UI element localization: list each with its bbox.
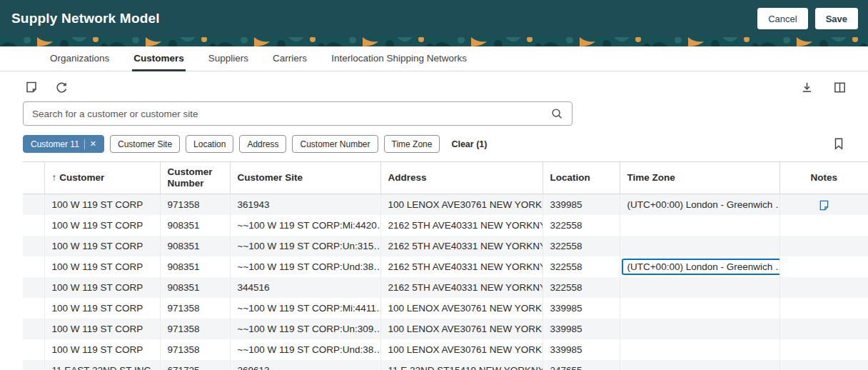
cell-notes[interactable]	[779, 277, 868, 298]
cell-customer-site[interactable]: ~~100 W 119 ST CORP:Mi:4420…	[230, 215, 380, 236]
cell-customer[interactable]: 100 W 119 ST CORP	[44, 277, 160, 298]
cell-customer-site[interactable]: ~~100 W 119 ST CORP:Mi:4411…	[230, 298, 380, 319]
cell-customer-site[interactable]: ~~100 W 119 ST CORP:Und:38…	[230, 339, 380, 360]
cell-location[interactable]: 322558	[542, 215, 620, 236]
download-button[interactable]	[797, 77, 817, 97]
cell-address[interactable]: 100 LENOX AVE30761 NEW YORKN…	[380, 319, 542, 339]
search-icon[interactable]	[550, 107, 563, 120]
cell-customer-number[interactable]: 971358	[160, 194, 230, 215]
filter-chip-address[interactable]: Address	[239, 135, 286, 153]
chip-remove-button[interactable]: ✕	[90, 139, 96, 149]
cell-time-zone[interactable]	[620, 215, 779, 236]
cell-address[interactable]: 100 LENOX AVE30761 NEW YORKN…	[380, 298, 542, 319]
cell-customer-number[interactable]: 971358	[160, 339, 230, 360]
column-header-notes[interactable]: Notes	[779, 162, 868, 194]
cell-customer[interactable]: 100 W 119 ST CORP	[44, 339, 160, 360]
cell-customer-number[interactable]: 908351	[160, 277, 230, 298]
cell-time-zone[interactable]	[620, 236, 779, 256]
cell-address[interactable]: 100 LENOX AVE30761 NEW YORKN…	[380, 194, 542, 215]
cell-customer[interactable]: 100 W 119 ST CORP	[44, 194, 160, 215]
cancel-button[interactable]: Cancel	[757, 8, 807, 29]
cell-customer-number[interactable]: 971358	[160, 319, 230, 339]
cell-customer-site[interactable]: ~~100 W 119 ST CORP:Und:38…	[230, 256, 380, 277]
column-header-time-zone[interactable]: Time Zone	[620, 162, 779, 194]
cell-address[interactable]: 2162 5TH AVE40331 NEW YORKNY…	[380, 236, 542, 256]
cell-time-zone[interactable]: (UTC+00:00) London - Greenwich …	[620, 256, 779, 277]
cell-time-zone[interactable]: (UTC+00:00) London - Greenwich …	[620, 194, 779, 215]
cell-customer-site[interactable]: ~~100 W 119 ST CORP:Un:315…	[230, 236, 380, 256]
cell-location[interactable]: 322558	[542, 277, 620, 298]
cell-time-zone[interactable]	[620, 277, 779, 298]
cell-customer-number[interactable]: 671725	[160, 360, 230, 370]
cell-customer-number[interactable]: 908351	[160, 256, 230, 277]
cell-location[interactable]: 339985	[542, 319, 620, 339]
search-input[interactable]	[32, 109, 550, 119]
selected-cell[interactable]: (UTC+00:00) London - Greenwich …	[622, 259, 780, 275]
cell-customer-site[interactable]: ~~100 W 119 ST CORP:Un:309…	[230, 319, 380, 339]
cell-notes[interactable]	[779, 236, 868, 256]
filter-chip-time-zone[interactable]: Time Zone	[384, 135, 440, 153]
filter-chip-customer-11[interactable]: Customer 11✕	[23, 135, 104, 153]
cell-location[interactable]: 339985	[542, 339, 620, 360]
cell-location[interactable]: 339985	[542, 194, 620, 215]
cell-customer[interactable]: 100 W 119 ST CORP	[44, 215, 160, 236]
cell-location[interactable]: 322558	[542, 256, 620, 277]
tab-customers[interactable]: Customers	[132, 46, 186, 71]
cell-customer-number[interactable]: 908351	[160, 236, 230, 256]
cell-notes[interactable]	[779, 194, 868, 215]
save-search-button[interactable]	[832, 137, 845, 151]
cell-address[interactable]: 2162 5TH AVE40331 NEW YORKNY…	[380, 277, 542, 298]
cell-notes[interactable]	[779, 339, 868, 360]
cell-notes[interactable]	[779, 256, 868, 277]
refresh-button[interactable]	[51, 77, 71, 97]
cell-customer-site[interactable]: 344516	[230, 277, 380, 298]
column-header-customer-site[interactable]: Customer Site	[230, 162, 380, 194]
filter-chip-label: Time Zone	[392, 139, 433, 149]
filter-chip-customer-number[interactable]: Customer Number	[292, 135, 378, 153]
manage-columns-icon	[833, 81, 847, 94]
cell-customer[interactable]: 100 W 119 ST CORP	[44, 236, 160, 256]
cell-customer[interactable]: 100 W 119 ST CORP	[44, 319, 160, 339]
cell-customer-number[interactable]: 971358	[160, 298, 230, 319]
cell-customer[interactable]: 100 W 119 ST CORP	[44, 256, 160, 277]
column-header-customer-number[interactable]: Customer Number	[160, 162, 230, 194]
cell-customer[interactable]: 11 EAST 22ND ST INC	[44, 360, 160, 370]
column-header-customer[interactable]: ↑Customer	[44, 162, 160, 194]
cell-notes[interactable]	[779, 215, 868, 236]
tab-interlocation-shipping-networks[interactable]: Interlocation Shipping Networks	[330, 46, 468, 71]
cell-time-zone[interactable]	[620, 339, 779, 360]
cell-address[interactable]: 100 LENOX AVE30761 NEW YORKN…	[380, 339, 542, 360]
supply-network-model-page: Supply Network Model Cancel Save	[0, 0, 868, 370]
cell-address[interactable]: 2162 5TH AVE40331 NEW YORKNY…	[380, 256, 542, 277]
column-header-location[interactable]: Location	[542, 162, 620, 194]
chip-divider	[84, 139, 85, 149]
bookmark-icon	[832, 137, 845, 151]
cell-address[interactable]: 11 E 22ND ST15419 NEW YORKNY…	[380, 360, 542, 370]
tab-carriers[interactable]: Carriers	[271, 46, 308, 71]
cell-location[interactable]: 247655	[542, 360, 620, 370]
table-header: ↑Customer Customer Number Customer Site …	[23, 162, 868, 194]
cell-notes[interactable]	[779, 298, 868, 319]
note-icon[interactable]	[819, 199, 829, 210]
manage-columns-button[interactable]	[829, 77, 849, 97]
cell-location[interactable]: 339985	[542, 298, 620, 319]
save-button[interactable]: Save	[815, 8, 858, 29]
tab-suppliers[interactable]: Suppliers	[207, 46, 250, 71]
create-note-button[interactable]	[21, 77, 41, 97]
filter-chip-customer-site[interactable]: Customer Site	[110, 135, 180, 153]
filter-chip-location[interactable]: Location	[186, 135, 233, 153]
clear-filters-button[interactable]: Clear (1)	[451, 139, 487, 149]
cell-customer-site[interactable]: 361943	[230, 194, 380, 215]
cell-time-zone[interactable]	[620, 360, 779, 370]
cell-address[interactable]: 2162 5TH AVE40331 NEW YORKNY…	[380, 215, 542, 236]
cell-notes[interactable]	[779, 319, 868, 339]
cell-location[interactable]: 322558	[542, 236, 620, 256]
tab-organizations[interactable]: Organizations	[49, 46, 111, 71]
cell-customer[interactable]: 100 W 119 ST CORP	[44, 298, 160, 319]
cell-notes[interactable]	[779, 360, 868, 370]
column-header-address[interactable]: Address	[380, 162, 542, 194]
cell-customer-number[interactable]: 908351	[160, 215, 230, 236]
cell-customer-site[interactable]: 269613	[230, 360, 380, 370]
cell-time-zone[interactable]	[620, 319, 779, 339]
cell-time-zone[interactable]	[620, 298, 779, 319]
